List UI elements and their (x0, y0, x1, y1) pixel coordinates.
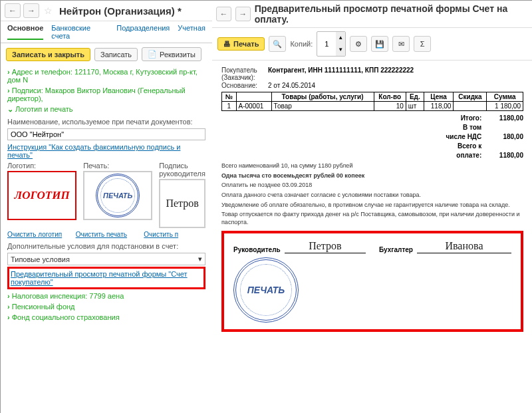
signatures-expander[interactable]: Подписи: Макаров Виктор Иванович (Генера… (7, 85, 205, 104)
tab-dept[interactable]: Подразделения (116, 24, 170, 40)
accountant-label: Бухгалтер (379, 246, 413, 253)
save-button[interactable]: Записать (94, 48, 138, 61)
logo-col-title: Логотип: (7, 162, 76, 170)
name-label: Наименование, используемое при печати до… (7, 118, 205, 126)
table-row: 1А-00001Товар 10шт118,00 1 180,00 (222, 102, 523, 111)
instruction-link[interactable]: Инструкция "Как создать факсимильную под… (7, 143, 180, 159)
logo-seal-expander[interactable]: Логотип и печать (7, 104, 205, 115)
seal-col-title: Печать: (83, 162, 152, 170)
items-table: №Товары (работы, услуги) Кол-воЕд.Цена С… (221, 92, 523, 111)
note3: Товар отпускается по факту прихода денег… (221, 211, 523, 226)
tab-bank[interactable]: Банковские счета (51, 24, 108, 40)
manager-signature: Петров (309, 240, 341, 251)
basis-value: 2 от 24.05.2014 (268, 82, 315, 89)
settings-icon-button[interactable]: ⚙ (350, 36, 367, 52)
forward-button[interactable]: → (23, 3, 39, 18)
extra-select[interactable]: Типовые условия▾ (7, 253, 205, 265)
accountant-signature: Иванова (445, 240, 483, 251)
signature-preview[interactable]: Петров (159, 179, 205, 228)
tab-main[interactable]: Основное (7, 24, 43, 40)
preview-forward-button[interactable]: → (235, 7, 251, 21)
preview-back-button[interactable]: ← (216, 7, 231, 21)
manager-label: Руководитель (233, 246, 281, 253)
chevron-down-icon: ▾ (198, 255, 202, 263)
clear-sig-link[interactable]: Очистить п (144, 231, 205, 238)
star-icon[interactable]: ☆ (42, 5, 54, 17)
copies-down[interactable]: ▼ (336, 44, 345, 56)
note1: Оплата данного счета означает согласие с… (221, 192, 523, 200)
social-expander[interactable]: Фонд социального страхования (7, 312, 205, 323)
note2: Уведомление об оплате обязательно, в про… (221, 202, 523, 209)
preview-icon-button[interactable]: 🔍 (269, 36, 286, 52)
mail-icon-button[interactable]: ✉ (392, 36, 410, 52)
summary-line: Всего наименований 10, на сумму 1180 руб… (221, 162, 523, 170)
tax-expander[interactable]: Налоговая инспекция: 7799 аена (7, 291, 205, 301)
copies-input[interactable] (317, 39, 336, 49)
clear-logo-link[interactable]: Очистить логотип (7, 231, 69, 238)
copies-up[interactable]: ▲ (336, 32, 345, 44)
sum-icon-button[interactable]: Σ (414, 36, 431, 52)
clear-seal-link[interactable]: Очистить печать (76, 231, 138, 238)
due-line: Оплатить не позднее 03.09.2018 (221, 182, 523, 190)
document-seal-icon: ПЕЧАТЬ (233, 257, 299, 323)
buyer-label: Покупатель (Заказчик): (221, 67, 268, 81)
sig-col-title: Подпись руководителя (159, 162, 205, 178)
save-close-button[interactable]: Записать и закрыть (6, 48, 90, 61)
copies-spinner[interactable]: ▲▼ (317, 31, 346, 57)
page-title: Нейтрон (Организация) * (59, 5, 182, 17)
seal-preview[interactable]: ПЕЧАТЬ (83, 171, 152, 220)
tab-acct[interactable]: Учетная (178, 24, 205, 40)
print-button[interactable]: 🖶 Печать (217, 37, 265, 51)
buyer-value: Контрагент, ИНН 1111111111, КПП 22222222… (268, 67, 414, 81)
preview-title: Предварительный просмотр печатной формы … (255, 3, 529, 25)
extra-label: Дополнительные условия для подстановки в… (7, 242, 205, 250)
basis-label: Основание: (221, 82, 268, 89)
amount-words: Одна тысяча сто восемьдесят рублей 00 ко… (221, 172, 523, 180)
requisites-button[interactable]: 📄 Реквизиты (142, 47, 201, 61)
name-input[interactable] (7, 128, 205, 140)
save-icon-button[interactable]: 💾 (371, 36, 388, 52)
totals-block: Итого: 1180,00 В том числе НДС 180,00 Вс… (221, 114, 523, 160)
copies-label: Копий: (290, 40, 313, 48)
address-expander[interactable]: Адрес и телефон: 121170, Москва г, Кутуз… (7, 67, 205, 85)
seal-icon: ПЕЧАТЬ (96, 174, 140, 217)
preview-link[interactable]: Предварительный просмотр печатной формы … (11, 270, 188, 286)
pension-expander[interactable]: Пенсионный фонд (7, 301, 205, 312)
logo-preview[interactable]: ЛОГОТИП (7, 171, 76, 220)
back-button[interactable]: ← (5, 3, 21, 18)
signature-block: Руководитель Петров Бухгалтер Иванова ПЕ… (221, 231, 523, 332)
